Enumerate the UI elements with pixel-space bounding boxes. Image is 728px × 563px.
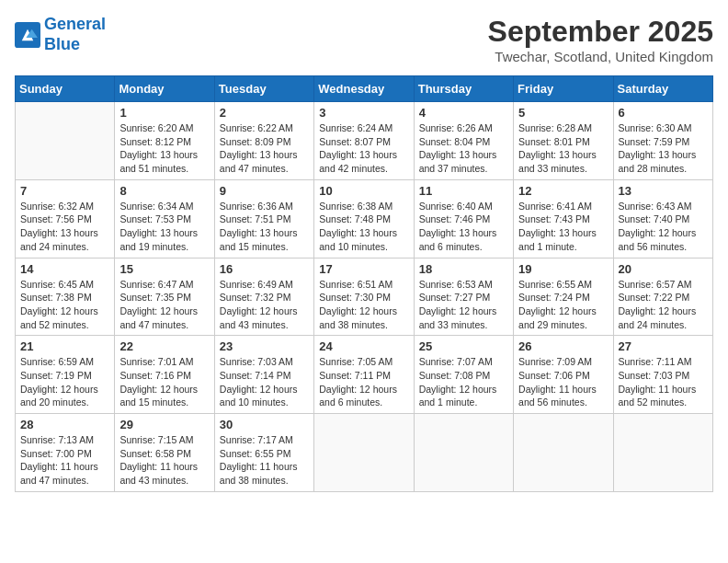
day-number: 8 (119, 184, 209, 198)
page-header: General Blue September 2025 Twechar, Sco… (15, 15, 713, 64)
day-number: 30 (220, 418, 309, 431)
calendar-cell: 16Sunrise: 6:49 AMSunset: 7:32 PMDayligh… (214, 258, 313, 336)
day-info: Sunrise: 6:28 AMSunset: 8:01 PMDaylight:… (518, 121, 608, 176)
calendar-cell: 22Sunrise: 7:01 AMSunset: 7:16 PMDayligh… (115, 336, 214, 414)
day-info: Sunrise: 6:36 AMSunset: 7:51 PMDaylight:… (220, 200, 309, 254)
day-number: 22 (119, 339, 209, 353)
calendar-cell (613, 414, 712, 492)
day-number: 21 (20, 339, 109, 353)
day-number: 7 (20, 184, 109, 198)
day-number: 18 (419, 262, 508, 276)
day-number: 2 (220, 106, 309, 120)
calendar-cell: 24Sunrise: 7:05 AMSunset: 7:11 PMDayligh… (314, 336, 414, 414)
day-info: Sunrise: 7:15 AMSunset: 6:58 PMDaylight:… (119, 433, 209, 488)
calendar-cell: 5Sunrise: 6:28 AMSunset: 8:01 PMDaylight… (514, 102, 613, 180)
day-number: 29 (119, 418, 209, 431)
calendar-cell: 11Sunrise: 6:40 AMSunset: 7:46 PMDayligh… (414, 179, 513, 258)
header-day: Sunday (16, 76, 115, 102)
calendar-cell: 4Sunrise: 6:26 AMSunset: 8:04 PMDaylight… (414, 102, 513, 180)
day-info: Sunrise: 6:59 AMSunset: 7:19 PMDaylight:… (20, 355, 109, 409)
day-number: 19 (518, 262, 608, 276)
header-day: Friday (514, 76, 613, 102)
calendar-cell: 28Sunrise: 7:13 AMSunset: 7:00 PMDayligh… (16, 414, 115, 492)
logo-icon (15, 22, 40, 48)
calendar-cell: 9Sunrise: 6:36 AMSunset: 7:51 PMDaylight… (214, 179, 313, 258)
day-info: Sunrise: 6:20 AMSunset: 8:12 PMDaylight:… (119, 121, 209, 176)
calendar-cell: 19Sunrise: 6:55 AMSunset: 7:24 PMDayligh… (514, 258, 613, 336)
location: Twechar, Scotland, United Kingdom (488, 49, 713, 64)
header-row: SundayMondayTuesdayWednesdayThursdayFrid… (16, 76, 713, 102)
day-info: Sunrise: 6:47 AMSunset: 7:35 PMDaylight:… (119, 278, 209, 332)
month-title: September 2025 (488, 15, 713, 49)
day-number: 3 (319, 106, 408, 120)
day-number: 12 (518, 184, 608, 198)
day-number: 25 (419, 339, 508, 353)
calendar-cell: 25Sunrise: 7:07 AMSunset: 7:08 PMDayligh… (414, 336, 513, 414)
day-info: Sunrise: 7:17 AMSunset: 6:55 PMDaylight:… (220, 433, 309, 488)
calendar-cell: 15Sunrise: 6:47 AMSunset: 7:35 PMDayligh… (115, 258, 214, 336)
calendar-cell: 13Sunrise: 6:43 AMSunset: 7:40 PMDayligh… (613, 179, 712, 258)
calendar-cell: 20Sunrise: 6:57 AMSunset: 7:22 PMDayligh… (613, 258, 712, 336)
day-number: 1 (119, 106, 209, 120)
calendar-cell (414, 414, 513, 492)
day-number: 28 (20, 418, 109, 431)
header-day: Wednesday (314, 76, 414, 102)
calendar-cell: 18Sunrise: 6:53 AMSunset: 7:27 PMDayligh… (414, 258, 513, 336)
day-info: Sunrise: 6:57 AMSunset: 7:22 PMDaylight:… (619, 278, 708, 332)
day-number: 13 (619, 184, 708, 198)
day-number: 10 (319, 184, 408, 198)
day-info: Sunrise: 6:41 AMSunset: 7:43 PMDaylight:… (518, 200, 608, 254)
calendar-cell: 26Sunrise: 7:09 AMSunset: 7:06 PMDayligh… (514, 336, 613, 414)
day-number: 20 (619, 262, 708, 276)
day-number: 23 (220, 339, 309, 353)
calendar-table: SundayMondayTuesdayWednesdayThursdayFrid… (15, 75, 713, 492)
calendar-cell: 12Sunrise: 6:41 AMSunset: 7:43 PMDayligh… (514, 179, 613, 258)
calendar-cell: 1Sunrise: 6:20 AMSunset: 8:12 PMDaylight… (115, 102, 214, 180)
day-number: 26 (518, 339, 608, 353)
day-info: Sunrise: 6:43 AMSunset: 7:40 PMDaylight:… (619, 200, 708, 254)
day-number: 11 (419, 184, 508, 198)
day-number: 17 (319, 262, 408, 276)
calendar-cell: 3Sunrise: 6:24 AMSunset: 8:07 PMDaylight… (314, 102, 414, 180)
calendar-cell: 6Sunrise: 6:30 AMSunset: 7:59 PMDaylight… (613, 102, 712, 180)
day-info: Sunrise: 6:40 AMSunset: 7:46 PMDaylight:… (419, 200, 508, 254)
calendar-cell: 10Sunrise: 6:38 AMSunset: 7:48 PMDayligh… (314, 179, 414, 258)
day-info: Sunrise: 6:38 AMSunset: 7:48 PMDaylight:… (319, 200, 408, 254)
header-day: Tuesday (214, 76, 313, 102)
day-info: Sunrise: 6:24 AMSunset: 8:07 PMDaylight:… (319, 121, 408, 176)
day-info: Sunrise: 6:34 AMSunset: 7:53 PMDaylight:… (119, 200, 209, 254)
day-info: Sunrise: 6:51 AMSunset: 7:30 PMDaylight:… (319, 278, 408, 332)
calendar-row: 28Sunrise: 7:13 AMSunset: 7:00 PMDayligh… (16, 414, 713, 492)
calendar-cell: 29Sunrise: 7:15 AMSunset: 6:58 PMDayligh… (115, 414, 214, 492)
day-info: Sunrise: 6:30 AMSunset: 7:59 PMDaylight:… (619, 121, 708, 176)
calendar-cell: 30Sunrise: 7:17 AMSunset: 6:55 PMDayligh… (214, 414, 313, 492)
calendar-cell (16, 102, 115, 180)
day-number: 27 (619, 339, 708, 353)
day-info: Sunrise: 7:07 AMSunset: 7:08 PMDaylight:… (419, 355, 508, 409)
calendar-body: 1Sunrise: 6:20 AMSunset: 8:12 PMDaylight… (16, 102, 713, 492)
calendar-row: 21Sunrise: 6:59 AMSunset: 7:19 PMDayligh… (16, 336, 713, 414)
day-number: 9 (220, 184, 309, 198)
calendar-row: 1Sunrise: 6:20 AMSunset: 8:12 PMDaylight… (16, 102, 713, 180)
header-day: Saturday (613, 76, 712, 102)
day-number: 14 (20, 262, 109, 276)
day-info: Sunrise: 7:11 AMSunset: 7:03 PMDaylight:… (619, 355, 708, 409)
day-info: Sunrise: 6:55 AMSunset: 7:24 PMDaylight:… (518, 278, 608, 332)
calendar-row: 14Sunrise: 6:45 AMSunset: 7:38 PMDayligh… (16, 258, 713, 336)
day-number: 15 (119, 262, 209, 276)
day-info: Sunrise: 6:32 AMSunset: 7:56 PMDaylight:… (20, 200, 109, 254)
day-info: Sunrise: 6:22 AMSunset: 8:09 PMDaylight:… (220, 121, 309, 176)
calendar-cell (314, 414, 414, 492)
day-info: Sunrise: 7:05 AMSunset: 7:11 PMDaylight:… (319, 355, 408, 409)
day-info: Sunrise: 6:45 AMSunset: 7:38 PMDaylight:… (20, 278, 109, 332)
header-day: Monday (115, 76, 214, 102)
day-info: Sunrise: 7:01 AMSunset: 7:16 PMDaylight:… (119, 355, 209, 409)
calendar-cell: 7Sunrise: 6:32 AMSunset: 7:56 PMDaylight… (16, 179, 115, 258)
calendar-cell (514, 414, 613, 492)
calendar-header: SundayMondayTuesdayWednesdayThursdayFrid… (16, 76, 713, 102)
calendar-cell: 14Sunrise: 6:45 AMSunset: 7:38 PMDayligh… (16, 258, 115, 336)
day-info: Sunrise: 6:53 AMSunset: 7:27 PMDaylight:… (419, 278, 508, 332)
day-number: 24 (319, 339, 408, 353)
calendar-cell: 8Sunrise: 6:34 AMSunset: 7:53 PMDaylight… (115, 179, 214, 258)
day-number: 6 (619, 106, 708, 120)
